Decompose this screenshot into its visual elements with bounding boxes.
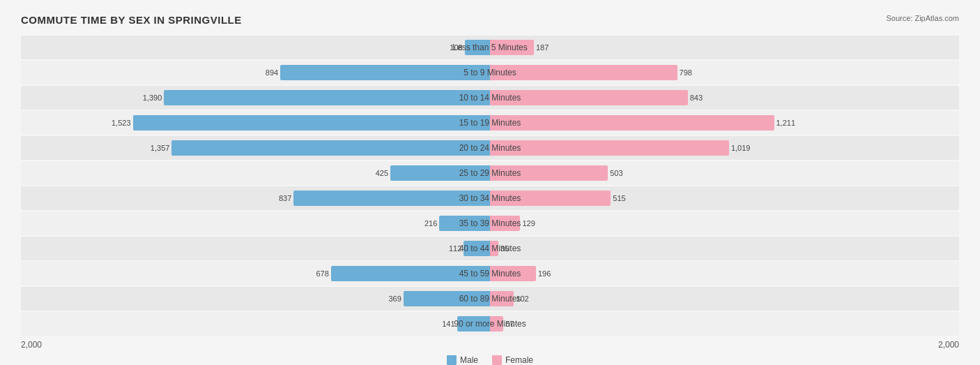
- right-section: 515: [490, 186, 959, 210]
- female-value: 798: [680, 68, 692, 77]
- legend-female: Female: [492, 355, 533, 365]
- male-value: 425: [376, 169, 388, 177]
- bar-row: 1,5231,21115 to 19 Minutes: [21, 111, 959, 135]
- bar-row: 108187Less than 5 Minutes: [21, 36, 959, 59]
- bar-row: 1415790 or more Minutes: [21, 312, 959, 336]
- female-value: 503: [610, 169, 622, 177]
- bar-row: 42550325 to 29 Minutes: [21, 161, 959, 185]
- female-value: 102: [516, 295, 528, 303]
- left-section: 112: [21, 237, 490, 260]
- right-section: 57: [490, 312, 959, 336]
- male-value: 1,390: [143, 94, 162, 102]
- right-section: 35: [490, 237, 959, 260]
- female-bar: [490, 316, 503, 332]
- left-axis-label: 2,000: [21, 340, 42, 350]
- left-section: 678: [21, 262, 490, 285]
- female-value: 515: [613, 194, 625, 202]
- left-section: 1,523: [21, 111, 490, 135]
- right-section: 1,019: [490, 136, 959, 160]
- chart-title: COMMUTE TIME BY SEX IN SPRINGVILLE: [21, 14, 959, 26]
- male-bar: [164, 90, 490, 105]
- male-label: Male: [460, 355, 478, 365]
- female-bar: [490, 115, 774, 131]
- left-section: 1,390: [21, 86, 490, 110]
- bar-row: 1,3571,01920 to 24 Minutes: [21, 136, 959, 160]
- female-value: 1,211: [776, 119, 796, 127]
- female-value: 1,019: [731, 144, 751, 152]
- bar-row: 67819645 to 59 Minutes: [21, 262, 959, 285]
- right-section: 102: [490, 287, 959, 311]
- female-bar: [490, 216, 520, 231]
- chart-container: COMMUTE TIME BY SEX IN SPRINGVILLE Sourc…: [0, 0, 980, 365]
- male-bar: [464, 241, 490, 256]
- right-section: 129: [490, 211, 959, 235]
- female-label: Female: [505, 355, 533, 365]
- male-value: 108: [450, 43, 462, 52]
- male-bar: [465, 40, 490, 55]
- male-value: 894: [266, 68, 278, 77]
- left-section: 425: [21, 161, 490, 185]
- bar-row: 83751530 to 34 Minutes: [21, 186, 959, 210]
- legend-male: Male: [447, 355, 478, 365]
- male-value: 1,523: [112, 119, 131, 127]
- male-bar: [331, 266, 490, 281]
- bar-row: 1123540 to 44 Minutes: [21, 237, 959, 260]
- bar-row: 36910260 to 89 Minutes: [21, 287, 959, 311]
- right-section: 798: [490, 61, 959, 84]
- female-value: 196: [538, 269, 551, 278]
- left-section: 141: [21, 312, 490, 336]
- female-bar: [490, 191, 611, 206]
- bottom-axis: 2,000 2,000: [21, 340, 959, 350]
- legend: Male Female: [21, 355, 959, 365]
- female-bar: [490, 40, 534, 55]
- left-section: 837: [21, 186, 490, 210]
- male-bar: [280, 65, 490, 80]
- right-section: 1,211: [490, 111, 959, 135]
- female-value: 129: [522, 219, 535, 228]
- left-section: 1,357: [21, 136, 490, 160]
- right-section: 187: [490, 36, 959, 59]
- male-bar: [133, 115, 490, 131]
- male-bar: [404, 291, 490, 306]
- female-value: 57: [505, 320, 514, 328]
- female-bar: [490, 241, 498, 256]
- female-value: 35: [500, 244, 509, 253]
- female-bar: [490, 165, 608, 181]
- female-bar: [490, 266, 536, 281]
- female-value: 843: [690, 94, 703, 102]
- bar-row: 1,39084310 to 14 Minutes: [21, 86, 959, 110]
- left-section: 108: [21, 36, 490, 59]
- male-color-box: [447, 355, 457, 365]
- male-value: 1,357: [151, 144, 170, 152]
- male-value: 216: [424, 219, 437, 228]
- right-section: 503: [490, 161, 959, 185]
- male-bar: [439, 216, 490, 231]
- male-bar: [390, 165, 490, 181]
- male-bar: [293, 191, 490, 206]
- female-bar: [490, 90, 688, 105]
- male-value: 837: [279, 194, 291, 202]
- female-bar: [490, 140, 729, 156]
- right-section: 196: [490, 262, 959, 285]
- female-color-box: [492, 355, 502, 365]
- left-section: 369: [21, 287, 490, 311]
- male-value: 678: [316, 269, 329, 278]
- male-bar: [457, 316, 490, 332]
- bar-row: 8947985 to 9 Minutes: [21, 61, 959, 84]
- male-value: 112: [449, 244, 461, 253]
- left-section: 894: [21, 61, 490, 84]
- left-section: 216: [21, 211, 490, 235]
- male-bar: [171, 140, 490, 156]
- female-value: 187: [536, 43, 549, 52]
- female-bar: [490, 65, 677, 80]
- source-text: Source: ZipAtlas.com: [886, 14, 959, 22]
- bar-row: 21612935 to 39 Minutes: [21, 211, 959, 235]
- right-axis-label: 2,000: [938, 340, 959, 350]
- male-value: 369: [388, 295, 401, 303]
- female-bar: [490, 291, 514, 306]
- male-value: 141: [442, 320, 454, 328]
- chart-area: 108187Less than 5 Minutes8947985 to 9 Mi…: [21, 36, 959, 336]
- right-section: 843: [490, 86, 959, 110]
